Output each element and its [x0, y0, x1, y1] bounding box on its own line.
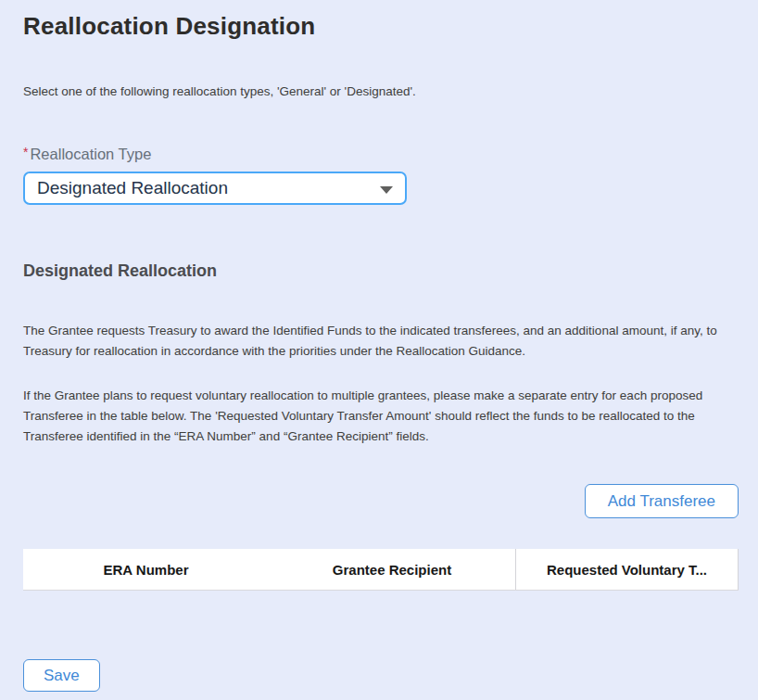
transferee-table-body: [23, 591, 739, 600]
column-header-grantee-recipient[interactable]: Grantee Recipient: [269, 549, 515, 590]
form-actions: Save: [23, 659, 739, 692]
transferee-table-header-row: ERA Number Grantee Recipient Requested V…: [23, 549, 739, 591]
column-header-requested-voluntary-transfer[interactable]: Requested Voluntary T...: [515, 549, 739, 590]
required-asterisk: *: [23, 145, 28, 159]
reallocation-type-select[interactable]: Designated Reallocation: [23, 172, 407, 205]
designated-section-heading: Designated Reallocation: [23, 261, 739, 281]
transferee-table: ERA Number Grantee Recipient Requested V…: [23, 549, 739, 600]
table-toolbar: Add Transferee: [23, 484, 739, 518]
page-title: Reallocation Designation: [23, 12, 739, 41]
multiple-grantees-instructions-paragraph: If the Grantee plans to request voluntar…: [23, 386, 720, 447]
chevron-down-icon: [380, 186, 393, 194]
reallocation-type-label-text: Reallocation Type: [30, 146, 151, 162]
reallocation-type-selected-value: Designated Reallocation: [37, 178, 228, 198]
intro-text: Select one of the following reallocation…: [23, 84, 739, 98]
designated-description-paragraph: The Grantee requests Treasury to award t…: [23, 321, 720, 362]
column-header-era-number[interactable]: ERA Number: [23, 549, 269, 590]
add-transferee-button[interactable]: Add Transferee: [585, 484, 739, 518]
save-button[interactable]: Save: [23, 659, 100, 692]
reallocation-type-label: *Reallocation Type: [23, 145, 739, 163]
reallocation-designation-page: Reallocation Designation Select one of t…: [0, 0, 758, 700]
reallocation-type-field: *Reallocation Type Designated Reallocati…: [23, 145, 739, 205]
